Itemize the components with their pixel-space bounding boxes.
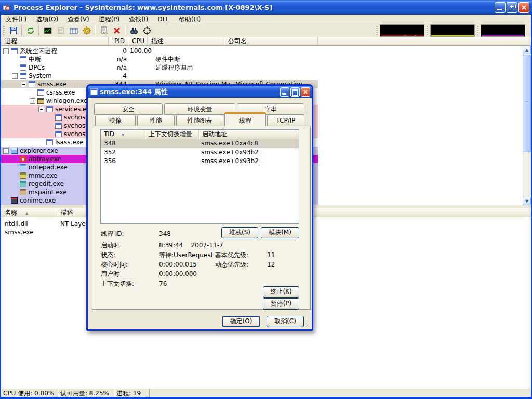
- module-button[interactable]: 模块(M): [261, 227, 299, 238]
- tree-collapse-toggle[interactable]: [30, 98, 35, 104]
- column-header-company[interactable]: 公司名: [224, 37, 318, 45]
- column-header-process[interactable]: 进程: [1, 37, 109, 45]
- stack-button[interactable]: 堆栈(S): [221, 227, 258, 238]
- find-window-button[interactable]: [140, 25, 153, 36]
- toolbar: [1, 24, 531, 37]
- column-header-pid[interactable]: PID: [109, 37, 128, 45]
- cancel-button[interactable]: 取消(C): [267, 316, 304, 327]
- process-name: csrss.exe: [46, 88, 75, 97]
- thread-row[interactable]: 356 smss.exe+0x93b2: [101, 157, 299, 166]
- properties-icon: [99, 26, 109, 35]
- dialog-title: smss.exe:344 属性: [100, 87, 168, 97]
- refresh-button[interactable]: [24, 25, 37, 36]
- menu-help[interactable]: 帮助(H): [174, 15, 205, 24]
- process-row[interactable]: 系统空闲进程 0 100.00: [1, 47, 318, 55]
- thread-row-selected[interactable]: 348 smss.exe+0xa4c8: [101, 139, 299, 148]
- restore-button[interactable]: [507, 2, 517, 13]
- scrollbar-thumb[interactable]: [523, 55, 531, 152]
- vertical-scrollbar[interactable]: ▲ ▼: [523, 46, 531, 205]
- tab-security[interactable]: 安全: [94, 103, 163, 115]
- column-header-tid[interactable]: TID▼: [101, 130, 145, 139]
- process-description: 延缓程序调用: [152, 63, 231, 72]
- notepad-icon: [20, 164, 26, 170]
- tree-collapse-toggle[interactable]: [38, 107, 44, 112]
- scroll-up-button[interactable]: ▲: [523, 46, 531, 54]
- process-list-header: 进程 PID CPU 描述 公司名: [1, 37, 531, 46]
- process-name: atitray.exe: [29, 155, 61, 163]
- dynamic-priority-value: 12: [267, 261, 275, 269]
- toolbar-grip[interactable]: [477, 26, 478, 35]
- window-icon: [11, 48, 18, 54]
- sort-ascending-icon: ▲: [25, 211, 28, 216]
- thread-start-address: smss.exe+0xa4c8: [199, 139, 299, 148]
- column-header-name[interactable]: 名称▲: [1, 208, 57, 217]
- tree-collapse-toggle[interactable]: [12, 73, 18, 79]
- column-header-start-address[interactable]: 启动地址: [199, 130, 299, 139]
- tab-tcpip[interactable]: TCP/IP: [267, 115, 304, 126]
- process-name: System: [29, 72, 52, 80]
- options-button[interactable]: [80, 25, 93, 36]
- process-cpu: 100.00: [130, 47, 152, 55]
- properties-button[interactable]: [97, 25, 110, 36]
- menu-file[interactable]: 文件(F): [1, 15, 31, 24]
- column-header-cswitch-delta[interactable]: 上下文切换增量: [145, 130, 199, 139]
- process-tree-button[interactable]: [54, 25, 67, 36]
- status-process-count: 进程: 19: [114, 389, 150, 397]
- menu-dll[interactable]: DLL: [153, 15, 174, 23]
- conime-icon: [11, 197, 18, 204]
- tab-threads[interactable]: 线程: [224, 112, 266, 126]
- process-pid: 4: [109, 72, 130, 80]
- ok-button[interactable]: 确定(O): [222, 316, 260, 327]
- io-graph[interactable]: [481, 24, 525, 37]
- column-header-cpu[interactable]: CPU: [128, 37, 148, 45]
- menu-view[interactable]: 查看(V): [63, 15, 94, 24]
- sort-descending-icon: ▼: [122, 133, 124, 137]
- context-switches-label: 上下文切换:: [101, 280, 134, 288]
- system-information-button[interactable]: [41, 25, 54, 36]
- resize-grip[interactable]: [303, 321, 309, 327]
- start-time-label: 启动时: [101, 242, 119, 249]
- title-bar: Process Explorer - Sysinternals: www.sys…: [0, 0, 532, 15]
- tree-collapse-toggle[interactable]: [3, 148, 9, 154]
- column-header-description[interactable]: 描述: [148, 37, 224, 45]
- thread-cswitch-delta: [145, 157, 199, 166]
- close-button[interactable]: ×: [518, 2, 529, 13]
- tab-performance-graph[interactable]: 性能图表: [176, 115, 223, 126]
- dialog-maximize-button[interactable]: [290, 87, 300, 97]
- minimize-button[interactable]: [495, 2, 506, 13]
- menu-find[interactable]: 查找(I): [124, 15, 153, 24]
- toolbar-grip[interactable]: [376, 26, 378, 35]
- find-button[interactable]: [127, 25, 140, 36]
- process-name: explorer.exe: [20, 147, 58, 155]
- user-time-label: 用户时: [101, 270, 119, 278]
- tree-collapse-toggle[interactable]: [3, 48, 9, 54]
- scroll-down-button[interactable]: ▼: [523, 197, 531, 205]
- menu-process[interactable]: 进程(P): [94, 15, 125, 24]
- window-icon: [37, 89, 44, 96]
- process-tree-icon: [56, 26, 65, 35]
- dialog-minimize-button[interactable]: [280, 87, 289, 97]
- kill-thread-button[interactable]: 终止(K): [263, 286, 299, 298]
- toolbar-grip[interactable]: [3, 26, 5, 35]
- suspend-thread-button[interactable]: 暂停(P): [263, 298, 299, 310]
- thread-cswitch-delta: [145, 148, 199, 157]
- tree-collapse-toggle[interactable]: [21, 82, 26, 87]
- toolbar-grip[interactable]: [427, 26, 428, 35]
- process-row[interactable]: System 4: [1, 72, 318, 80]
- thread-row[interactable]: 352 smss.exe+0x93b2: [101, 148, 299, 157]
- tab-image[interactable]: 映像: [95, 115, 136, 126]
- thread-list: TID▼ 上下文切换增量 启动地址 348 smss.exe+0xa4c8 35…: [100, 129, 299, 224]
- save-button[interactable]: [7, 25, 20, 36]
- dialog-close-button[interactable]: ×: [301, 87, 310, 97]
- process-row[interactable]: 中断 n/a 硬件中断: [1, 55, 318, 63]
- process-description: [152, 72, 231, 80]
- explorer-icon: [11, 148, 18, 154]
- commit-graph[interactable]: [430, 24, 475, 37]
- tab-performance[interactable]: 性能: [137, 115, 175, 126]
- cpu-usage-graph[interactable]: [380, 24, 424, 37]
- select-columns-button[interactable]: [67, 25, 80, 36]
- process-row[interactable]: DPCs n/a 延缓程序调用: [1, 63, 318, 72]
- process-name: lsass.exe: [55, 138, 84, 147]
- kill-process-button[interactable]: [110, 25, 123, 36]
- menu-options[interactable]: 选项(O): [31, 15, 63, 24]
